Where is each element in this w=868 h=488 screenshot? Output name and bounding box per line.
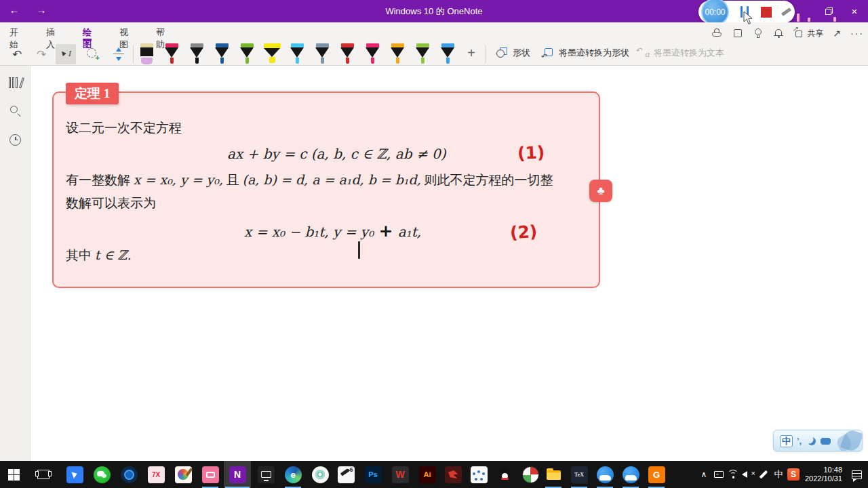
taskbar-app-qqbrowser-2[interactable] [617, 461, 644, 488]
add-pen-button[interactable]: + [462, 45, 480, 61]
taskbar-app-formatfactory[interactable] [307, 461, 334, 488]
taskbar-app-tex[interactable]: TeX [566, 461, 593, 488]
taskbar-app-launcher[interactable] [61, 461, 88, 488]
theorem-line-4: 数解可以表示为 [66, 195, 156, 212]
taskbar-app-onenote[interactable]: N [224, 461, 251, 488]
start-button[interactable] [0, 461, 27, 488]
watermark-mark [833, 17, 836, 22]
pen-red[interactable] [338, 43, 357, 66]
tell-me-lightbulb-icon[interactable] [753, 28, 764, 39]
insert-space-tool[interactable] [108, 44, 129, 64]
close-window-button[interactable]: × [841, 0, 868, 22]
pen-dark-blue[interactable] [213, 43, 231, 66]
ime-mode-button[interactable]: 中 [780, 435, 793, 447]
restore-window-button[interactable] [815, 0, 842, 22]
taskbar-app-pink[interactable] [197, 461, 224, 488]
collaborator-badge[interactable]: ♣ [589, 180, 612, 202]
taskbar-app-7x[interactable]: 7X [142, 461, 170, 488]
taskbar-app-ink6[interactable]: 6 [332, 461, 359, 488]
recent-notes-button[interactable] [0, 128, 31, 151]
pen-black[interactable] [188, 43, 206, 66]
tab-home[interactable]: 开始 [9, 24, 18, 41]
notifications-bell-icon[interactable] [773, 28, 784, 39]
tray-ime-mode[interactable]: 中 [771, 461, 786, 488]
tray-sogou-icon[interactable]: S [786, 461, 801, 488]
pen-orange[interactable] [389, 43, 407, 66]
ink-stroke-mark [358, 241, 360, 259]
ink-to-shape-button[interactable]: ↶ 将墨迹转换为形状 [542, 47, 629, 59]
taskbar-app-explorer[interactable] [540, 461, 567, 488]
taskbar-app-photoshop[interactable]: Ps [359, 461, 387, 488]
taskbar-app-wechat[interactable] [88, 461, 115, 488]
ink-annotation-tag-2: (2) [509, 222, 538, 243]
immersive-reader-icon[interactable] [732, 28, 743, 39]
tray-cast-icon[interactable] [711, 461, 726, 488]
ime-moon-icon[interactable] [808, 437, 816, 445]
ime-punctuation-button[interactable]: ’, [797, 436, 802, 446]
ribbon: 开始 插入 绘图 视图 帮助 ↗ 共享 ↗ ··· ↶ ↷ ►I + [0, 22, 868, 66]
ime-skin-icon[interactable] [821, 438, 830, 445]
tex-icon: TeX [571, 466, 588, 483]
equation-1: ax + by = c (a, b, c ∈ ℤ, ab ≠ 0) [227, 146, 446, 162]
redo-button[interactable]: ↷ [31, 44, 52, 64]
taskbar-app-g[interactable]: G [643, 461, 670, 488]
pen-light-green[interactable] [414, 43, 432, 66]
fullscreen-icon[interactable]: ↗ [833, 28, 841, 39]
select-text-tool[interactable]: ►I [56, 44, 76, 64]
taskbar-app-illustrator[interactable]: Ai [414, 461, 441, 488]
select-cursor-icon: ►I [59, 48, 73, 60]
taskbar-app-qq[interactable] [491, 461, 518, 488]
tab-draw[interactable]: 绘图 [83, 24, 92, 41]
pen-magenta[interactable] [363, 43, 382, 66]
red-tool-icon [445, 466, 462, 483]
sync-status-icon[interactable] [712, 28, 723, 39]
highlighter-yellow[interactable] [263, 43, 281, 66]
taskbar-app-projector[interactable] [252, 461, 279, 488]
tray-volume-muted-icon[interactable]: × [741, 461, 756, 488]
action-center-button[interactable] [846, 461, 867, 488]
umbrella-icon [522, 466, 539, 483]
tray-wifi-icon[interactable] [726, 461, 741, 488]
edge-icon: e [285, 466, 302, 483]
pen-green[interactable] [238, 43, 256, 66]
pencil-crimson[interactable] [163, 43, 181, 66]
tab-insert[interactable]: 插入 [46, 24, 55, 41]
shapes-button[interactable]: 形状 [496, 47, 530, 59]
insert-space-icon [113, 47, 124, 61]
tray-chevron-button[interactable]: ∧ [696, 461, 711, 488]
taskbar-app-edge[interactable]: e [279, 461, 307, 488]
task-view-button[interactable] [30, 461, 57, 488]
tab-view[interactable]: 视图 [119, 24, 128, 41]
more-options-button[interactable]: ··· [850, 28, 864, 39]
tray-ink-workspace-icon[interactable] [756, 461, 771, 488]
task-view-icon [37, 470, 50, 479]
annotate-pencil-button[interactable] [780, 7, 792, 18]
pen-blue[interactable] [439, 43, 457, 66]
lasso-select-tool[interactable]: + [83, 44, 103, 64]
pen-silver[interactable] [313, 43, 332, 66]
ink-to-shape-icon: ↶ [542, 47, 555, 58]
taskbar-app-paint[interactable] [170, 461, 197, 488]
taskbar-app-wps[interactable]: W [387, 461, 414, 488]
ribbon-right-controls: ↗ 共享 ↗ ··· [712, 26, 864, 41]
taskbar-app-qqbrowser-1[interactable] [591, 461, 618, 488]
stop-recording-button[interactable] [761, 7, 772, 18]
taskbar-app-remote[interactable] [465, 461, 492, 488]
ink-to-text-icon: ↶a [637, 47, 650, 58]
tab-help[interactable]: 帮助 [156, 24, 165, 41]
illustrator-icon: Ai [419, 466, 436, 483]
pen-cyan[interactable] [288, 43, 307, 66]
share-button[interactable]: ↗ 共享 [793, 28, 823, 39]
qq-browser-icon [597, 466, 614, 483]
eraser[interactable] [138, 43, 156, 66]
photoshop-icon: Ps [365, 466, 382, 483]
equation-2: x = x₀ − b₁t, y = y₀ + a₁t, [244, 221, 421, 241]
taskbar-app-red-tool[interactable] [439, 461, 467, 488]
undo-button[interactable]: ↶ [7, 44, 27, 64]
taskbar-app-aperture[interactable] [115, 461, 142, 488]
taskbar-clock[interactable]: 10:48 2022/10/31 [801, 466, 846, 483]
wps-icon: W [392, 466, 409, 483]
notebooks-button[interactable] [0, 71, 31, 94]
search-button[interactable] [0, 100, 31, 123]
lasso-icon: + [87, 48, 99, 60]
